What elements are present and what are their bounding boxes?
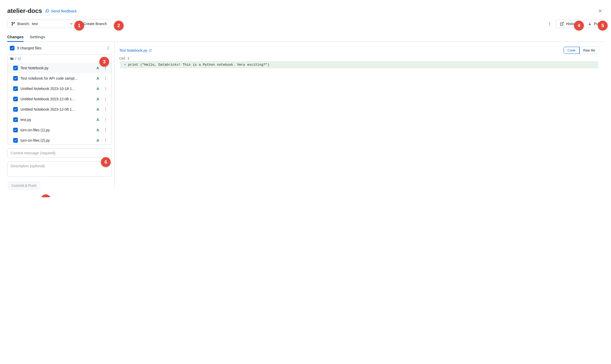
- branch-prefix: Branch:: [17, 22, 30, 26]
- kebab-icon: [104, 97, 107, 101]
- external-link-icon: [560, 22, 564, 26]
- file-checkbox[interactable]: [13, 66, 18, 70]
- svg-point-30: [105, 119, 106, 120]
- branch-selector[interactable]: Branch: test: [7, 20, 77, 28]
- commit-section: Commit & Push: [7, 148, 114, 190]
- file-kebab-menu[interactable]: [102, 75, 109, 82]
- file-checkbox[interactable]: [13, 138, 18, 143]
- file-row[interactable]: test.pyA: [8, 115, 111, 125]
- toggle-raw-file[interactable]: Raw file: [579, 47, 599, 54]
- file-row[interactable]: Test Notebook.pyA: [8, 63, 111, 73]
- right-pane: Test Notebook.py Code Raw file Cmd 1 + p…: [115, 42, 604, 190]
- kebab-icon: [104, 77, 107, 80]
- commit-message-input[interactable]: [7, 148, 112, 158]
- file-checkbox[interactable]: [13, 76, 18, 81]
- toggle-code[interactable]: Code: [563, 47, 580, 54]
- diff-header: Test Notebook.py Code Raw file: [119, 47, 599, 54]
- changed-files-count: 9 changed files: [17, 46, 41, 50]
- annotation-6: 6: [101, 157, 111, 167]
- file-status: A: [96, 97, 100, 101]
- folder-row[interactable]: /: [8, 55, 111, 63]
- file-list[interactable]: Test Notebook.pyATest notebook for API c…: [8, 63, 111, 145]
- header: atelier-docs Send feedback: [7, 7, 604, 14]
- toolbar: Branch: test Create Branch: [7, 20, 604, 28]
- close-icon[interactable]: [597, 7, 604, 15]
- diff-plus: +: [122, 63, 128, 67]
- file-name: Untitled Notebook 2023-10-18 1…: [20, 87, 93, 91]
- file-kebab-menu[interactable]: [102, 85, 109, 92]
- svg-point-21: [105, 88, 106, 89]
- svg-point-12: [108, 49, 109, 50]
- svg-line-13: [19, 58, 21, 59]
- chevron-down-icon: [70, 22, 73, 26]
- main-layout: 9 changed files /: [7, 42, 604, 190]
- annotation-4: 4: [574, 21, 584, 31]
- svg-point-27: [105, 109, 106, 110]
- file-row[interactable]: turn-on-files (2).pyA: [8, 135, 111, 145]
- file-checkbox[interactable]: [13, 107, 18, 112]
- kebab-icon: [106, 46, 110, 50]
- kebab-icon: [548, 22, 552, 26]
- tab-settings[interactable]: Settings: [30, 33, 45, 42]
- comment-icon: [45, 9, 49, 13]
- file-status: A: [96, 87, 100, 91]
- changes-kebab-menu[interactable]: [105, 44, 112, 52]
- svg-point-32: [105, 128, 106, 129]
- check-icon: [14, 118, 17, 121]
- folder-path: /: [15, 57, 16, 61]
- toolbar-kebab-menu[interactable]: [546, 20, 553, 27]
- svg-point-11: [108, 48, 109, 49]
- file-name: turn-on-files (1).py: [20, 128, 93, 132]
- file-row[interactable]: Untitled Notebook 2023-10-18 1…A: [8, 84, 111, 94]
- annotation-1: 1: [74, 21, 84, 31]
- file-name: Test Notebook.py: [20, 66, 93, 70]
- file-status: A: [96, 76, 100, 80]
- file-checkbox[interactable]: [13, 97, 18, 101]
- commit-push-button[interactable]: Commit & Push: [7, 181, 41, 190]
- svg-point-22: [105, 89, 106, 90]
- file-status: A: [96, 107, 100, 111]
- file-kebab-menu[interactable]: [102, 127, 109, 133]
- kebab-icon: [104, 118, 107, 122]
- file-name: Test notebook for API code sampl…: [20, 76, 93, 80]
- file-checkbox[interactable]: [13, 128, 18, 132]
- svg-point-24: [105, 99, 106, 99]
- commit-description-input[interactable]: [7, 161, 112, 177]
- svg-point-16: [105, 69, 106, 69]
- left-pane: 9 changed files /: [7, 42, 115, 190]
- svg-point-37: [105, 141, 106, 142]
- check-icon: [14, 97, 17, 101]
- create-branch-button[interactable]: Create Branch: [80, 20, 111, 28]
- file-checkbox[interactable]: [13, 86, 18, 91]
- file-kebab-menu[interactable]: [102, 106, 109, 113]
- file-kebab-menu[interactable]: [102, 116, 109, 123]
- file-status: A: [96, 138, 100, 142]
- select-all-checkbox[interactable]: [10, 46, 14, 50]
- send-feedback-link[interactable]: Send feedback: [45, 9, 77, 13]
- svg-point-20: [105, 87, 106, 88]
- check-icon: [14, 108, 17, 111]
- file-checkbox[interactable]: [13, 117, 18, 122]
- file-name: Untitled Notebook 2023-12-06 1…: [20, 107, 93, 111]
- svg-point-19: [105, 79, 106, 80]
- file-name: test.py: [20, 118, 93, 122]
- file-tree: / Test Notebook.pyATest notebook for API…: [7, 54, 112, 145]
- file-row[interactable]: Untitled Notebook 2023-12-06 1…A: [8, 104, 111, 115]
- annotation-7: 7: [41, 194, 51, 197]
- create-branch-label: Create Branch: [84, 22, 107, 26]
- svg-point-4: [48, 11, 48, 11]
- diff-file-link[interactable]: Test Notebook.py: [119, 48, 152, 52]
- tab-changes[interactable]: Changes: [7, 33, 24, 42]
- svg-point-7: [549, 25, 550, 26]
- kebab-icon: [104, 108, 107, 111]
- check-icon: [14, 66, 17, 70]
- file-kebab-menu[interactable]: [102, 137, 109, 144]
- file-row[interactable]: Untitled Notebook 2023-12-06 1…A: [8, 94, 111, 104]
- file-kebab-menu[interactable]: [102, 96, 109, 102]
- svg-point-31: [105, 120, 106, 121]
- external-link-icon: [149, 49, 152, 52]
- svg-line-38: [150, 49, 152, 51]
- external-link-icon: [18, 57, 21, 60]
- file-row[interactable]: Test notebook for API code sampl…A: [8, 73, 111, 84]
- file-row[interactable]: turn-on-files (1).pyA: [8, 125, 111, 135]
